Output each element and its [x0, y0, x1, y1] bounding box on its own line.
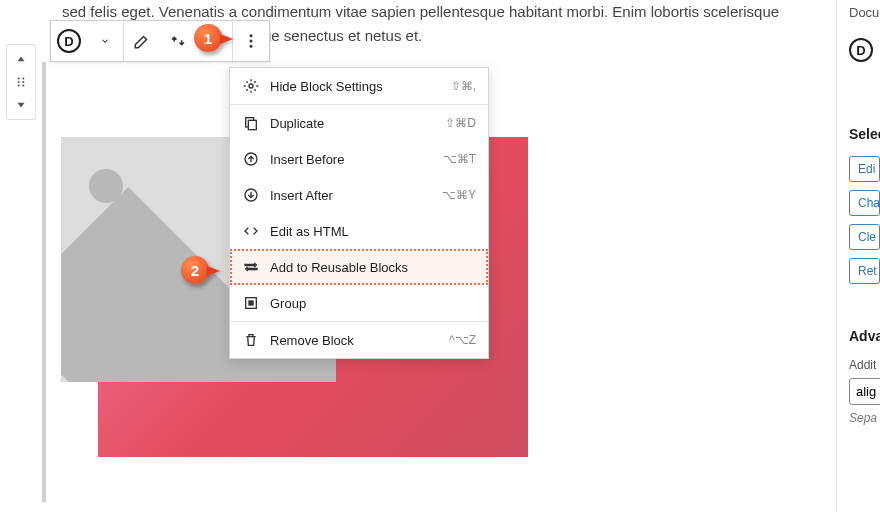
move-up-button[interactable]: [9, 49, 33, 71]
tab-document[interactable]: Docu: [849, 5, 879, 20]
menu-shortcut: ⇧⌘,: [451, 79, 476, 93]
svg-rect-12: [248, 120, 256, 129]
settings-sidebar: Docu D Selec Edi Cha Cle Ret Adva Addit …: [836, 0, 880, 512]
gear-icon: [242, 77, 260, 95]
menu-remove-block[interactable]: Remove Block ^⌥Z: [230, 322, 488, 358]
menu-hide-block-settings[interactable]: Hide Block Settings ⇧⌘,: [230, 68, 488, 104]
svg-point-3: [22, 81, 24, 83]
block-toolbar: D: [50, 20, 270, 62]
sidebar-button-0[interactable]: Edi: [849, 156, 880, 182]
block-icon: D: [849, 38, 880, 62]
more-options-button[interactable]: [233, 21, 269, 61]
additional-css-label: Addit: [849, 358, 880, 372]
menu-shortcut: ⇧⌘D: [445, 116, 476, 130]
sidebar-button-3[interactable]: Ret: [849, 258, 880, 284]
insert-after-icon: [242, 186, 260, 204]
svg-rect-16: [248, 300, 253, 305]
menu-insert-before[interactable]: Insert Before ⌥⌘T: [230, 141, 488, 177]
sidebar-button-2[interactable]: Cle: [849, 224, 880, 250]
svg-point-5: [22, 84, 24, 86]
svg-point-10: [249, 84, 253, 88]
additional-css-input[interactable]: [849, 378, 880, 405]
menu-add-reusable-blocks[interactable]: Add to Reusable Blocks: [230, 249, 488, 285]
block-type-button[interactable]: D: [51, 21, 87, 61]
menu-label: Duplicate: [270, 116, 435, 131]
menu-label: Hide Block Settings: [270, 79, 441, 94]
menu-duplicate[interactable]: Duplicate ⇧⌘D: [230, 105, 488, 141]
menu-label: Insert Before: [270, 152, 433, 167]
block-options-menu: Hide Block Settings ⇧⌘, Duplicate ⇧⌘D In…: [229, 67, 489, 359]
svg-point-1: [22, 77, 24, 79]
edit-icon[interactable]: [124, 21, 160, 61]
css-hint: Sepa: [849, 411, 880, 425]
block-type-chevron-icon[interactable]: [87, 21, 123, 61]
sidebar-tabs: Docu: [849, 0, 880, 20]
duplicate-icon: [242, 114, 260, 132]
sidebar-advanced-title: Adva: [849, 328, 880, 344]
svg-point-8: [250, 40, 253, 43]
menu-label: Insert After: [270, 188, 432, 203]
trash-icon: [242, 331, 260, 349]
insert-before-icon: [242, 150, 260, 168]
svg-point-4: [18, 84, 20, 86]
move-down-button[interactable]: [9, 93, 33, 115]
menu-label: Edit as HTML: [270, 224, 476, 239]
sidebar-button-1[interactable]: Cha: [849, 190, 880, 216]
svg-point-9: [250, 45, 253, 48]
svg-point-2: [18, 81, 20, 83]
menu-label: Remove Block: [270, 333, 439, 348]
reusable-icon: [242, 258, 260, 276]
sidebar-section-title: Selec: [849, 126, 880, 142]
image-caption[interactable]: This is a caption.: [141, 472, 271, 490]
menu-shortcut: ^⌥Z: [449, 333, 476, 347]
replace-icon[interactable]: [160, 21, 196, 61]
menu-insert-after[interactable]: Insert After ⌥⌘Y: [230, 177, 488, 213]
svg-point-0: [18, 77, 20, 79]
menu-label: Add to Reusable Blocks: [270, 260, 476, 275]
html-icon: [242, 222, 260, 240]
annotation-callout-1: 1: [194, 24, 222, 52]
menu-shortcut: ⌥⌘T: [443, 152, 476, 166]
menu-shortcut: ⌥⌘Y: [442, 188, 476, 202]
svg-point-7: [250, 34, 253, 37]
menu-label: Group: [270, 296, 476, 311]
annotation-callout-2: 2: [181, 256, 209, 284]
drag-handle-icon[interactable]: [9, 71, 33, 93]
menu-edit-html[interactable]: Edit as HTML: [230, 213, 488, 249]
group-icon: [242, 294, 260, 312]
menu-group[interactable]: Group: [230, 285, 488, 321]
block-mover: [6, 44, 36, 120]
